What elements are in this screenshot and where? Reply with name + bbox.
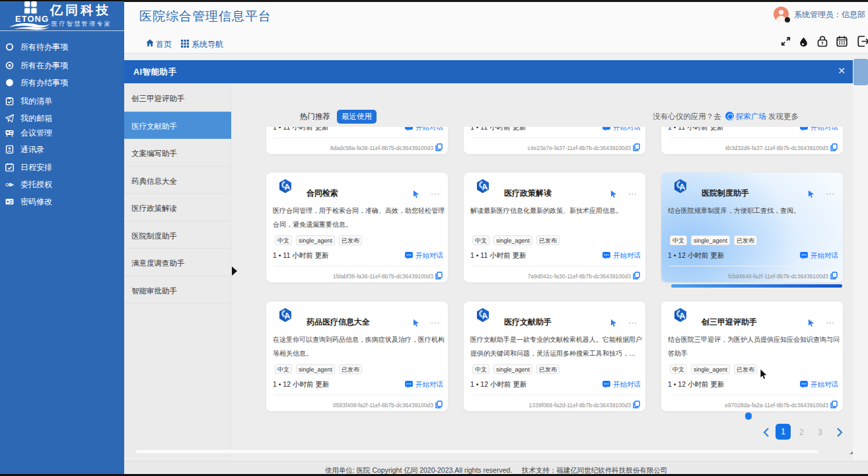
svg-text:A: A <box>481 311 488 321</box>
svg-text:A: A <box>283 311 291 321</box>
svg-text:A: A <box>678 311 686 321</box>
svg-text:A: A <box>283 182 291 192</box>
svg-text:A: A <box>678 182 686 192</box>
svg-text:A: A <box>481 182 488 192</box>
